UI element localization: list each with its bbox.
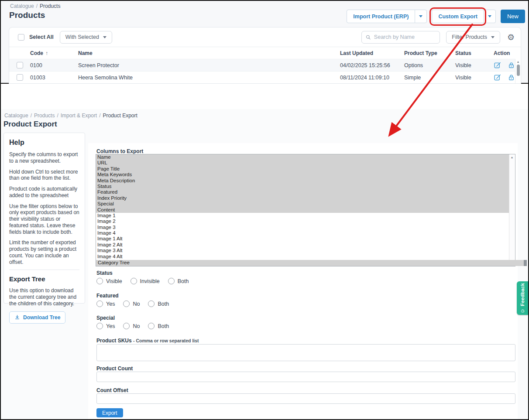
- download-tree-button[interactable]: Download Tree: [9, 311, 65, 324]
- radio-label: No: [133, 323, 140, 329]
- scroll-up-icon[interactable]: ▲: [511, 156, 514, 160]
- list-option[interactable]: Image 2 Alt: [96, 242, 509, 248]
- radio-status-invisible[interactable]: Invisible: [131, 278, 160, 284]
- list-option[interactable]: Image 1 Alt: [96, 236, 509, 242]
- gear-icon[interactable]: ⚙: [507, 33, 515, 41]
- table-row[interactable]: 01003 Heera Semolina White 08/11/2024 11…: [9, 71, 521, 83]
- special-label: Special: [96, 315, 115, 321]
- radio-special-yes[interactable]: Yes: [96, 323, 115, 329]
- radio-label: Both: [158, 323, 169, 329]
- radio-status-visible[interactable]: Visible: [96, 278, 122, 284]
- list-option[interactable]: Image 2: [96, 219, 509, 224]
- export-button[interactable]: Export: [96, 408, 123, 417]
- feedback-tab[interactable]: ☺ Feedback: [517, 281, 528, 315]
- with-selected-button[interactable]: With Selected: [60, 31, 112, 44]
- list-option[interactable]: Content: [96, 207, 509, 213]
- radio-icon: [96, 300, 103, 307]
- list-option[interactable]: Name: [96, 154, 509, 160]
- status-label: Status: [96, 270, 113, 276]
- select-all-label: Select All: [29, 34, 54, 40]
- radio-special-no[interactable]: No: [123, 323, 140, 329]
- select-all-checkbox[interactable]: [18, 34, 24, 41]
- breadcrumb-catalogue[interactable]: Catalogue: [10, 3, 34, 9]
- import-product-button[interactable]: Import Product (ERP): [347, 10, 415, 23]
- product-export-panel: Catalogue/Products/Import & Export/Produ…: [1, 109, 528, 419]
- header-code[interactable]: Code↑: [30, 50, 78, 56]
- breadcrumb-products[interactable]: Products: [34, 113, 55, 119]
- radio-featured-no[interactable]: No: [123, 300, 140, 307]
- breadcrumb-import-export[interactable]: Import & Export: [61, 113, 97, 119]
- table-row[interactable]: 0100 Screen Protector 04/02/2025 15:25:5…: [9, 59, 521, 71]
- row-checkbox[interactable]: [17, 62, 23, 68]
- radio-status-both[interactable]: Both: [168, 278, 189, 284]
- list-option[interactable]: Image 4: [96, 230, 509, 236]
- download-tree-label: Download Tree: [23, 314, 60, 321]
- lock-icon[interactable]: [508, 61, 515, 69]
- list-option[interactable]: Index Priority: [96, 195, 509, 201]
- list-option[interactable]: Status: [96, 184, 509, 189]
- import-product-dropdown[interactable]: [415, 10, 426, 23]
- scrollbar-thumb[interactable]: [517, 65, 520, 76]
- help-paragraph: Product code is automatically added to t…: [9, 186, 79, 199]
- custom-export-button[interactable]: Custom Export: [432, 10, 484, 23]
- list-option[interactable]: Meta Keywords: [96, 172, 509, 178]
- scrollbar-thumb: [524, 260, 527, 266]
- radio-featured-yes[interactable]: Yes: [96, 300, 115, 307]
- cell-name: Screen Protector: [78, 62, 340, 68]
- radio-icon: [168, 278, 175, 284]
- list-option[interactable]: Image 4 Alt: [96, 254, 509, 260]
- cell-status: Visible: [455, 75, 488, 81]
- radio-special-both[interactable]: Both: [148, 323, 169, 329]
- radio-icon: [131, 278, 137, 284]
- edit-icon[interactable]: [494, 61, 501, 69]
- listbox-scrollbar[interactable]: ▲: [509, 155, 515, 266]
- new-button[interactable]: New: [501, 10, 525, 23]
- page-title: Products: [9, 10, 45, 20]
- table-scrollbar[interactable]: ▲: [515, 59, 521, 83]
- list-option[interactable]: Featured: [96, 189, 509, 195]
- count-offset-input[interactable]: [96, 393, 515, 404]
- breadcrumb-products[interactable]: Products: [40, 3, 60, 9]
- product-count-input[interactable]: [96, 372, 515, 382]
- radio-label: Visible: [106, 278, 122, 284]
- feedback-tab-inner: ☺ Feedback: [519, 283, 526, 313]
- export-tree-text: Use this option to download the current …: [9, 287, 79, 307]
- breadcrumb: Catalogue/Products: [10, 3, 60, 9]
- breadcrumb-separator: /: [31, 113, 32, 119]
- page-title: Product Export: [3, 120, 57, 129]
- list-option[interactable]: Image 3 Alt: [96, 248, 509, 253]
- breadcrumb-catalogue[interactable]: Catalogue: [4, 113, 28, 119]
- header-name: Name: [78, 50, 340, 56]
- lock-icon[interactable]: [508, 74, 515, 81]
- radio-icon: [123, 300, 130, 307]
- cell-last-updated: 04/02/2025 15:25:56: [340, 62, 404, 68]
- row-checkbox[interactable]: [17, 74, 23, 81]
- list-option[interactable]: URL: [96, 160, 509, 166]
- radio-label: Both: [158, 301, 169, 307]
- help-paragraph: Use the filter options below to only exp…: [9, 203, 79, 236]
- columns-to-export-listbox[interactable]: Name URL Page Title Meta Keywords Meta D…: [96, 154, 515, 266]
- category-tree-label: Category Tree: [98, 260, 130, 265]
- filter-products-button[interactable]: Filter Products: [446, 31, 500, 44]
- skus-label-text: Product SKUs: [96, 338, 132, 344]
- header-last-updated: Last Updated: [340, 50, 404, 56]
- help-paragraph: Limit the number of exported products by…: [9, 239, 79, 265]
- edit-icon[interactable]: [494, 74, 501, 81]
- custom-export-dropdown[interactable]: [484, 10, 495, 23]
- list-option[interactable]: Meta Description: [96, 178, 509, 184]
- with-selected-label: With Selected: [65, 34, 99, 40]
- scroll-up-icon[interactable]: ▲: [517, 60, 520, 63]
- list-option[interactable]: Image 1: [96, 213, 509, 219]
- product-skus-textarea[interactable]: [96, 344, 515, 361]
- list-option[interactable]: Page Title: [96, 166, 509, 172]
- list-option[interactable]: Image 3: [96, 225, 509, 230]
- radio-icon: [96, 278, 103, 284]
- list-option-category-tree[interactable]: Category Tree: [96, 260, 527, 266]
- search-input[interactable]: [374, 34, 436, 40]
- cell-code: 01003: [30, 75, 78, 81]
- caret-down-icon: [103, 36, 106, 38]
- breadcrumb-separator: /: [57, 113, 58, 119]
- radio-featured-both[interactable]: Both: [148, 300, 169, 307]
- list-option[interactable]: Special: [96, 201, 509, 207]
- breadcrumb-separator: /: [36, 3, 38, 9]
